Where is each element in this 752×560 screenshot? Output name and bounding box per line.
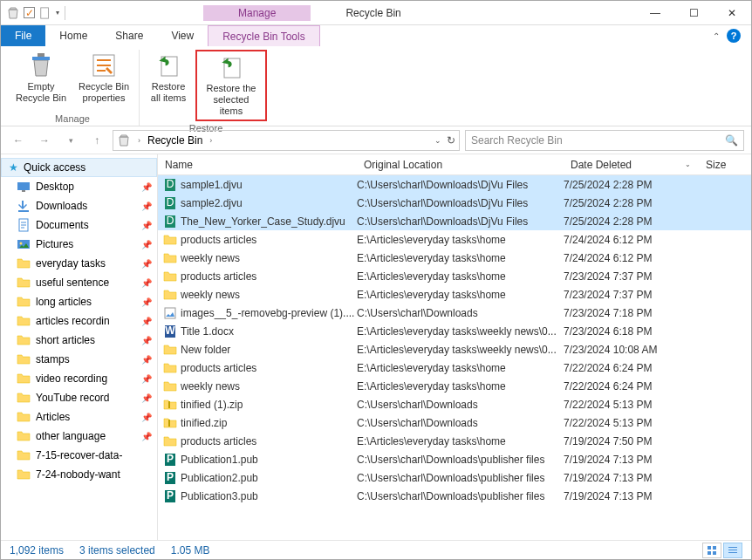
file-row[interactable]: Dsample1.djvuC:\Users\charl\Downloads\Dj… [158,175,751,194]
svg-rect-31 [713,551,716,555]
column-date[interactable]: Date Deleted⌄ [564,154,699,174]
view-thumbnails-button[interactable] [702,543,721,558]
help-icon[interactable]: ? [727,29,741,43]
tab-file[interactable]: File [1,25,45,46]
recycle-bin-properties-button[interactable]: Recycle Bin properties [74,50,133,112]
breadcrumb-location[interactable]: Recycle Bin [147,134,202,147]
refresh-icon[interactable]: ↻ [447,134,455,147]
svg-rect-28 [708,546,711,550]
chevron-right-icon[interactable]: › [134,136,144,145]
sidebar-item[interactable]: Pictures📌 [1,235,157,254]
folder-icon [17,333,31,347]
file-row[interactable]: weekly newsE:\Articles\everyday tasks\ho… [158,249,751,267]
close-button[interactable]: ✕ [713,1,751,25]
tab-view[interactable]: View [157,25,208,46]
folder-icon [163,379,177,393]
ribbon-collapse-icon[interactable]: ⌃ [713,31,720,41]
nav-forward-button[interactable]: → [34,130,55,151]
djvu-icon: D [163,178,177,192]
nav-up-button[interactable]: ↑ [86,130,107,151]
svg-text:D: D [167,215,174,227]
column-name[interactable]: Name [158,154,357,174]
folder-icon [17,352,31,366]
sidebar-item[interactable]: other language📌 [1,427,157,446]
titlebar: ✓ ▾ Manage Recycle Bin — ☐ ✕ [1,1,751,25]
folder-icon [17,410,31,424]
chevron-right-icon[interactable]: › [206,136,215,145]
sidebar-item[interactable]: Documents📌 [1,215,157,235]
qat-dropdown-icon[interactable]: ▾ [56,9,59,17]
file-row[interactable]: products articlesE:\Articles\everyday ta… [158,359,751,377]
pin-icon: 📌 [141,393,152,403]
sidebar-item[interactable]: Downloads📌 [1,196,157,215]
folder-icon [17,295,31,309]
ribbon-group-restore: Restore all items Restore the selected i… [140,50,272,126]
tab-home[interactable]: Home [45,25,101,46]
status-item-count: 1,092 items [10,544,64,557]
sidebar-item[interactable]: Articles📌 [1,407,157,427]
empty-recycle-bin-button[interactable]: Empty Recycle Bin [11,50,71,112]
sidebar-item[interactable]: stamps📌 [1,350,157,369]
pictures-icon [17,237,31,251]
file-row[interactable]: weekly newsE:\Articles\everyday tasks\ho… [158,377,751,395]
checkbox-icon[interactable]: ✓ [24,7,35,18]
address-dropdown-icon[interactable]: ⌄ [434,136,441,145]
column-location[interactable]: Original Location [357,154,564,174]
file-row[interactable]: PPublication2.pubC:\Users\charl\Download… [158,468,751,487]
search-input[interactable]: Search Recycle Bin 🔍 [465,130,744,151]
sidebar-item[interactable]: short articles📌 [1,331,157,350]
folder-icon [163,233,177,247]
file-row[interactable]: DThe_New_Yorker_Case_Study.djvuC:\Users\… [158,212,751,230]
restore-selected-icon [217,53,245,81]
pin-icon: 📌 [141,336,152,345]
svg-rect-5 [17,182,30,190]
sidebar-item[interactable]: articles recordin📌 [1,311,157,331]
file-row[interactable]: products articlesE:\Articles\everyday ta… [158,230,751,249]
nav-back-button[interactable]: ← [8,130,29,151]
restore-all-button[interactable]: Restore all items [145,50,192,121]
sidebar-item[interactable]: everyday tasks📌 [1,254,157,273]
view-details-button[interactable] [723,543,742,558]
file-row[interactable]: tinified (1).zipC:\Users\charl\Downloads… [158,395,751,413]
file-row[interactable]: products articlesE:\Articles\everyday ta… [158,432,751,450]
pin-icon: 📌 [141,221,152,230]
folder-icon [163,343,177,357]
file-row[interactable]: PPublication1.pubC:\Users\charl\Download… [158,450,751,468]
folder-icon [163,434,177,448]
contextual-tab-label: Manage [203,5,311,21]
sidebar-item[interactable]: 7-24-nobody-want [1,465,157,484]
tab-recycle-bin-tools[interactable]: Recycle Bin Tools [208,25,320,46]
sidebar-item[interactable]: video recording📌 [1,369,157,388]
file-row[interactable]: tinified.zipC:\Users\charl\Downloads7/22… [158,413,751,432]
file-row[interactable]: PPublication3.pubC:\Users\charl\Download… [158,487,751,505]
address-box[interactable]: › Recycle Bin › ⌄ ↻ [113,130,460,151]
new-doc-icon[interactable] [38,6,52,20]
search-icon[interactable]: 🔍 [725,134,738,147]
documents-icon [17,218,31,232]
sidebar-item[interactable]: Desktop📌 [1,177,157,196]
file-row[interactable]: images__5_-removebg-preview (1)....C:\Us… [158,304,751,322]
file-row[interactable]: New folderE:\Articles\everyday tasks\wee… [158,340,751,359]
svg-rect-20 [168,401,170,408]
column-size[interactable]: Size [699,154,751,174]
nav-recent-dropdown[interactable]: ▾ [60,130,81,151]
restore-selected-button[interactable]: Restore the selected items [195,50,267,121]
properties-icon [90,51,118,79]
file-row[interactable]: products articlesE:\Articles\everyday ta… [158,267,751,285]
minimize-button[interactable]: — [636,1,674,25]
tab-share[interactable]: Share [101,25,157,46]
file-row[interactable]: weekly newsE:\Articles\everyday tasks\ho… [158,285,751,304]
sidebar-item[interactable]: useful sentence📌 [1,273,157,292]
sidebar-quick-access[interactable]: ★ Quick access [1,158,157,177]
file-row[interactable]: WTitle 1.docxE:\Articles\everyday tasks\… [158,322,751,340]
file-row[interactable]: Dsample2.djvuC:\Users\charl\Downloads\Dj… [158,194,751,212]
folder-icon [163,288,177,302]
quick-access-toolbar: ✓ ▾ [1,6,72,20]
maximize-button[interactable]: ☐ [674,1,713,25]
file-list[interactable]: Dsample1.djvuC:\Users\charl\Downloads\Dj… [158,175,751,540]
sidebar-item[interactable]: YouTube record📌 [1,388,157,407]
sidebar-item[interactable]: 7-15-recover-data- [1,446,157,465]
sidebar-item[interactable]: long articles📌 [1,292,157,311]
image-icon [163,306,177,320]
svg-text:P: P [167,471,174,483]
